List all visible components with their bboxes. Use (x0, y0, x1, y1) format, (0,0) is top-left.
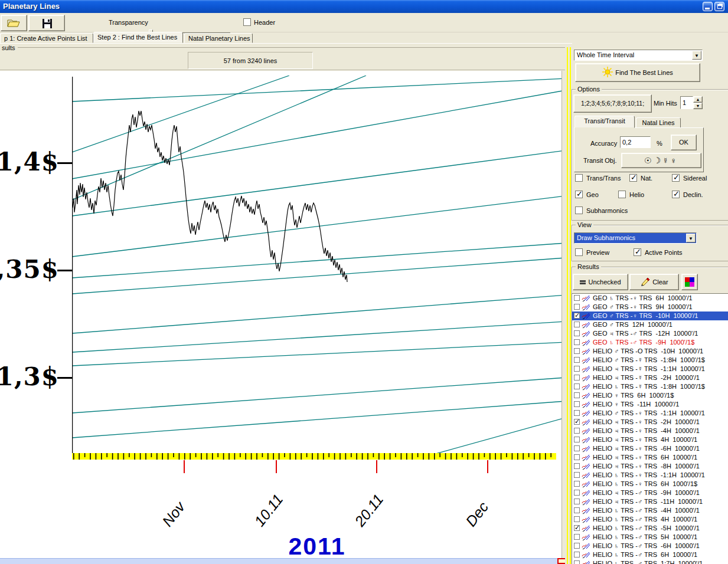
result-row[interactable]: HELIO ♃ TRS -♀ TRS -4H 10000'/1 (572, 427, 728, 435)
result-checkbox[interactable] (574, 339, 580, 345)
result-row[interactable]: HELIO ♀ TRS 6H 1000'/1$ (572, 391, 728, 400)
checkbox-subharmonics[interactable] (575, 206, 583, 214)
minimize-button[interactable] (703, 2, 713, 11)
main-tab-2[interactable]: Natal Planetary Lines (184, 33, 253, 43)
checkbox-helio[interactable] (618, 191, 626, 198)
window-titlebar[interactable]: Planetary Lines (0, 0, 728, 13)
result-row[interactable]: GEO ♄ TRS -♀ TRS 6H 10000'/1 (572, 294, 728, 303)
result-checkbox[interactable] (574, 445, 580, 451)
result-checkbox[interactable] (574, 313, 580, 319)
result-row[interactable]: HELIO ♃ TRS -♀ TRS -2H 10000'/1 (572, 418, 728, 427)
result-row[interactable]: HELIO ♂ TRS -♀ TRS -1:1H 10000'/1 (572, 409, 728, 418)
result-row[interactable]: HELIO ♃ TRS -☿ TRS -1:1H 10000'/1 (572, 365, 728, 373)
result-checkbox[interactable] (574, 525, 580, 531)
result-row[interactable]: HELIO ♃ TRS -♀ TRS 4H 10000'/1 (572, 435, 728, 444)
result-row[interactable]: GEO ♂ TRS -♀ TRS -10H 10000'/1 (572, 311, 728, 320)
result-checkbox[interactable] (574, 383, 580, 389)
unchecked-button[interactable]: Unchecked (573, 274, 628, 290)
result-checkbox[interactable] (574, 454, 580, 460)
active-points-checkbox[interactable] (634, 248, 641, 256)
result-checkbox[interactable] (574, 534, 580, 540)
result-checkbox[interactable] (574, 552, 580, 558)
checkbox-declin-[interactable] (672, 191, 680, 198)
checkbox-geo[interactable] (575, 191, 583, 198)
result-checkbox[interactable] (574, 472, 580, 478)
open-button[interactable] (1, 15, 27, 31)
result-row[interactable]: HELIO ♄ TRS -♀ TRS 6H 1000'/1$ (572, 480, 728, 488)
tab-natal-lines[interactable]: Natal Lines (636, 117, 681, 128)
result-checkbox[interactable] (574, 357, 580, 363)
result-row[interactable]: HELIO ♀ TRS -11H 10000'/1 (572, 400, 728, 409)
checkbox-sidereal[interactable] (672, 174, 680, 182)
result-checkbox[interactable] (574, 490, 580, 496)
result-checkbox[interactable] (574, 392, 580, 398)
result-row[interactable]: HELIO ♄ TRS -♀ TRS -1:1H 10000'/1 (572, 471, 728, 480)
result-checkbox[interactable] (574, 463, 580, 469)
result-checkbox[interactable] (574, 437, 580, 442)
result-row[interactable]: HELIO ♃ TRS -♀ TRS 6H 10000'/1 (572, 453, 728, 462)
tab-transit-transit[interactable]: Transit/Transit (574, 116, 635, 128)
result-checkbox[interactable] (574, 481, 580, 487)
main-tab-0[interactable]: p 1: Create Active Points List (0, 33, 93, 43)
result-row[interactable]: GEO ♃ TRS -♂ TRS -12H 10000'/1 (572, 329, 728, 338)
result-row[interactable]: HELIO ♃ TRS -☿ TRS -2H 10000'/1 (572, 373, 728, 382)
restore-button[interactable] (714, 2, 724, 11)
result-row[interactable]: HELIO ♂ TRS -☿ TRS -1:8H 1000'/1$ (572, 356, 728, 365)
chevron-down-icon[interactable]: ▼ (692, 51, 701, 60)
checkbox-trans-trans[interactable] (575, 174, 583, 182)
transit-obj-button[interactable]: ☉☽☿♀ (621, 153, 701, 168)
harmonics-button[interactable]: 1;2;3;4;5;6;7;8;9;10;11; (573, 94, 652, 113)
result-checkbox[interactable] (574, 348, 580, 354)
result-checkbox[interactable] (574, 516, 580, 522)
result-checkbox[interactable] (574, 543, 580, 549)
result-row[interactable]: HELIO ♄ TRS -♂ TRS 5H 10000'/1 (572, 533, 728, 542)
horizontal-scrollbar[interactable] (0, 558, 557, 564)
draw-select[interactable]: Draw Subharmonics ▼ (574, 232, 697, 244)
result-checkbox[interactable] (574, 401, 580, 407)
result-row[interactable]: HELIO ♄ TRS -♂ TRS 1:7H 10000'/1 (572, 559, 728, 564)
result-checkbox[interactable] (574, 366, 580, 372)
results-list[interactable]: GEO ♄ TRS -♀ TRS 6H 10000'/1GEO ♂ TRS -♀… (572, 293, 728, 564)
result-row[interactable]: HELIO ♄ TRS -♂ TRS -6H 10000'/1 (572, 542, 728, 550)
chart-area[interactable]: 1,4$1,35$1,3$ Nov10.1120.11Dec 2011 (0, 71, 562, 558)
result-row[interactable]: HELIO ♄ TRS -♂ TRS -5H 10000'/1 (572, 524, 728, 533)
result-row[interactable]: HELIO ♃ TRS -♀ TRS -8H 10000'/1 (572, 462, 728, 471)
preview-checkbox[interactable] (575, 248, 583, 256)
result-row[interactable]: GEO ♄ TRS -♂ TRS -9H 1000'/1$ (572, 338, 728, 347)
result-row[interactable]: HELIO ♄ TRS -♂ TRS -4H 10000'/1 (572, 506, 728, 515)
result-row[interactable]: HELIO ♃ TRS -♂ TRS -11H 10000'/1 (572, 497, 728, 506)
chevron-down-icon[interactable]: ▼ (686, 234, 696, 242)
save-button[interactable] (28, 15, 65, 31)
result-checkbox[interactable] (574, 295, 580, 301)
result-row[interactable]: HELIO ♃ TRS -♀ TRS -6H 10000'/1 (572, 444, 728, 453)
result-row[interactable]: GEO ♂ TRS 12H 10000'/1 (572, 320, 728, 329)
min-hits-spinner[interactable]: ▲ ▼ (693, 96, 703, 109)
result-row[interactable]: HELIO ♄ TRS -♂ TRS 6H 10000'/1 (572, 550, 728, 559)
result-row[interactable]: HELIO ♄ TRS -♂ TRS 4H 10000'/1 (572, 515, 728, 524)
main-tab-1[interactable]: Step 2 : Find the Best Lines (93, 32, 183, 43)
spinner-up-icon[interactable]: ▲ (693, 96, 703, 103)
result-checkbox[interactable] (574, 322, 580, 327)
min-hits-input[interactable] (680, 96, 693, 109)
clear-button[interactable]: Clear (629, 274, 679, 290)
result-row[interactable]: GEO ♂ TRS -♀ TRS 9H 10000'/1 (572, 303, 728, 311)
result-checkbox[interactable] (574, 428, 580, 434)
result-row[interactable]: HELIO ♃ TRS -♂ TRS -9H 10000'/1 (572, 488, 728, 497)
ok-button[interactable]: OK (671, 135, 697, 150)
result-checkbox[interactable] (574, 560, 580, 564)
result-row[interactable]: HELIO ♄ TRS -☿ TRS -1:8H 1000'/1$ (572, 382, 728, 391)
checkbox-nat-[interactable] (629, 174, 637, 182)
result-checkbox[interactable] (574, 410, 580, 416)
header-checkbox[interactable] (243, 18, 251, 26)
accuracy-input[interactable] (620, 136, 651, 148)
result-checkbox[interactable] (574, 499, 580, 504)
line-colors-button[interactable] (681, 274, 698, 290)
find-best-lines-button[interactable]: Find The Best Lines (575, 63, 700, 82)
result-checkbox[interactable] (574, 507, 580, 513)
interval-select[interactable]: Whole Time Interval ▼ (574, 50, 703, 61)
result-checkbox[interactable] (574, 419, 580, 425)
result-checkbox[interactable] (574, 304, 580, 310)
result-checkbox[interactable] (574, 375, 580, 381)
spinner-down-icon[interactable]: ▼ (693, 103, 703, 109)
result-row[interactable]: HELIO ♂ TRS -O TRS -10H 10000'/1 (572, 347, 728, 356)
